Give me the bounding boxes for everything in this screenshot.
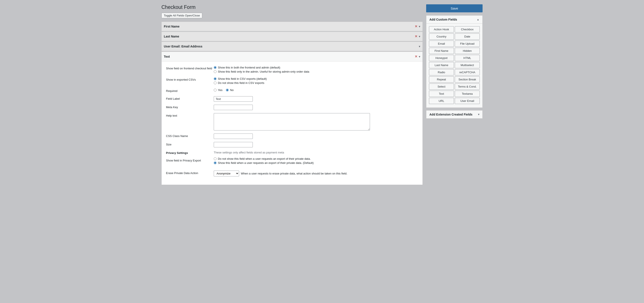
field-btn-multiselect[interactable]: Multiselect <box>455 62 480 68</box>
meta-key-row: Meta Key <box>166 105 418 110</box>
field-btn-country[interactable]: Country <box>429 33 454 40</box>
priv-no-radio[interactable] <box>214 157 216 160</box>
field-btn-recaptcha[interactable]: reCAPTCHA <box>455 69 480 75</box>
show-both-radio[interactable] <box>214 66 216 69</box>
chevron-last-name-icon[interactable]: ▾ <box>419 35 420 38</box>
extension-fields-label: Add Extension Created Fields <box>430 113 472 116</box>
field-btn-user-email[interactable]: User Email <box>455 98 480 104</box>
meta-key-label: Meta Key <box>166 105 214 109</box>
field-row-first-name: First Name ✕ ▾ <box>162 22 423 31</box>
field-btn-email[interactable]: Email <box>429 40 454 47</box>
sidebar: Save Add Custom Fields ▲ Action Hook Che… <box>426 4 482 185</box>
priv-no-option[interactable]: Do not show this field when a user reque… <box>214 157 418 160</box>
custom-fields-label: Add Custom Fields <box>430 18 457 21</box>
privacy-export-sub-label: Show field in Privacy Export <box>166 158 214 163</box>
show-field-label: Show field on frontend checkout field <box>166 66 214 71</box>
field-btn-date[interactable]: Date <box>455 33 480 40</box>
delete-text-icon[interactable]: ✕ <box>415 55 418 58</box>
required-no-option[interactable]: No <box>226 88 234 92</box>
show-admin-radio[interactable] <box>214 70 216 73</box>
css-class-label: CSS Class Name <box>166 133 214 138</box>
field-row-user-email: User Email: Email Address ▾ <box>162 42 423 51</box>
custom-fields-header[interactable]: Add Custom Fields ▲ <box>426 15 482 24</box>
erase-control-group: Anonymize Remove None When a user reques… <box>214 171 418 176</box>
custom-fields-grid: Action Hook Checkbox Country Date Email … <box>426 24 482 107</box>
show-field-row: Show field on frontend checkout field Sh… <box>166 66 418 74</box>
field-btn-radio[interactable]: Radio <box>429 69 454 75</box>
csv-hide-option[interactable]: Do not show this field in CSV exports <box>214 81 418 84</box>
field-label-row: Field Label <box>166 96 418 102</box>
field-label-user-email: User Email: Email Address <box>164 45 419 48</box>
field-btn-section-break[interactable]: Section Break <box>455 76 480 83</box>
required-yes-label: Yes <box>218 88 222 92</box>
field-label-text: Text <box>164 55 415 58</box>
erase-row: Erase Private Data Action Anonymize Remo… <box>166 171 418 176</box>
csv-show-label: Show this field in CSV exports (default) <box>218 77 267 80</box>
show-admin-option[interactable]: Show this field only in the admin. Usefu… <box>214 70 418 73</box>
field-btn-textarea[interactable]: Textarea <box>455 91 480 97</box>
required-yes-option[interactable]: Yes <box>214 88 222 92</box>
required-no-label: No <box>230 88 234 92</box>
show-both-option[interactable]: Show this in both the frontend and admin… <box>214 66 418 69</box>
priv-yes-radio[interactable] <box>214 161 216 164</box>
priv-yes-option[interactable]: Show this field when a user requests an … <box>214 161 418 165</box>
help-text-input-group <box>214 113 418 130</box>
help-text-input[interactable] <box>214 113 370 130</box>
erase-note: When a user requests to erase private da… <box>241 172 348 175</box>
erase-label: Erase Private Data Action <box>166 171 214 175</box>
field-btn-html[interactable]: HTML <box>455 55 480 61</box>
custom-fields-chevron-icon: ▲ <box>477 18 479 21</box>
required-no-radio[interactable] <box>226 89 229 91</box>
size-input-group <box>214 142 418 147</box>
field-row-text: Text ✕ ▾ Show field on frontend checkout… <box>162 52 423 185</box>
csv-show-option[interactable]: Show this field in CSV exports (default) <box>214 77 418 80</box>
field-row-last-name: Last Name ✕ ▾ <box>162 32 423 41</box>
privacy-note: These settings only affect fields stored… <box>214 150 418 154</box>
size-label: Size <box>166 142 214 147</box>
css-class-input[interactable] <box>214 133 253 139</box>
field-label-input-group <box>214 96 418 102</box>
meta-key-input[interactable] <box>214 105 253 110</box>
help-text-label: Help text <box>166 113 214 118</box>
required-yes-radio[interactable] <box>214 89 216 91</box>
show-field-options: Show this in both the frontend and admin… <box>214 66 418 74</box>
field-btn-first-name[interactable]: First Name <box>429 48 454 54</box>
chevron-user-email-icon[interactable]: ▾ <box>419 45 420 48</box>
extension-fields-header[interactable]: Add Extension Created Fields ▾ <box>426 110 482 119</box>
field-btn-checkbox[interactable]: Checkbox <box>455 26 480 32</box>
privacy-settings-row: Privacy Settings Show field in Privacy E… <box>166 150 418 168</box>
field-btn-terms-cond[interactable]: Terms & Cond. <box>455 83 480 90</box>
csv-hide-radio[interactable] <box>214 81 216 84</box>
delete-first-name-icon[interactable]: ✕ <box>415 25 418 28</box>
csv-show-radio[interactable] <box>214 77 216 80</box>
text-field-header: Text ✕ ▾ <box>162 52 422 61</box>
field-btn-url[interactable]: URL <box>429 98 454 104</box>
size-row: Size <box>166 142 418 147</box>
css-class-row: CSS Class Name <box>166 133 418 139</box>
field-btn-honeypot[interactable]: Honeypot <box>429 55 454 61</box>
csv-row: Show in exported CSVs Show this field in… <box>166 77 418 85</box>
field-btn-last-name[interactable]: Last Name <box>429 62 454 68</box>
size-input[interactable] <box>214 142 253 147</box>
field-btn-text[interactable]: Text <box>429 91 454 97</box>
field-btn-hidden[interactable]: Hidden <box>455 48 480 54</box>
show-admin-label: Show this field only in the admin. Usefu… <box>218 70 309 73</box>
field-label-last-name: Last Name <box>164 35 415 38</box>
delete-last-name-icon[interactable]: ✕ <box>415 35 418 38</box>
chevron-text-icon[interactable]: ▾ <box>419 55 420 58</box>
chevron-first-name-icon[interactable]: ▾ <box>419 25 420 28</box>
field-btn-select[interactable]: Select <box>429 83 454 90</box>
save-button[interactable]: Save <box>426 4 482 12</box>
show-both-label: Show this in both the frontend and admin… <box>218 66 280 69</box>
field-btn-file-upload[interactable]: File Upload <box>455 40 480 47</box>
erase-select[interactable]: Anonymize Remove None <box>214 171 239 176</box>
page-title: Checkout Form <box>162 4 423 10</box>
field-label-label: Field Label <box>166 96 214 101</box>
field-label-input[interactable] <box>214 96 253 102</box>
field-btn-action-hook[interactable]: Action Hook <box>429 26 454 32</box>
field-label-first-name: First Name <box>164 25 415 28</box>
priv-no-label: Do not show this field when a user reque… <box>218 157 311 160</box>
field-btn-repeat[interactable]: Repeat <box>429 76 454 83</box>
required-options: Yes No <box>214 88 418 92</box>
toggle-all-button[interactable]: Toggle All Fields Open/Close <box>162 13 202 18</box>
